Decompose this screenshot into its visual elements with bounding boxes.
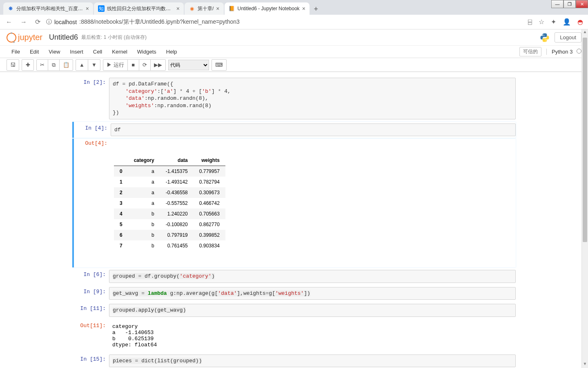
new-tab-button[interactable]: + [310, 3, 322, 15]
move-down-button[interactable]: ▼ [88, 60, 100, 70]
tab-title: 分组加权平均和相关性_百度搜索 [16, 5, 83, 12]
input-prompt: In [9]: [72, 287, 109, 300]
table-row: 7b0.7614550.903834 [114, 240, 225, 251]
menu-edit[interactable]: Edit [25, 47, 44, 56]
input-prompt: In [6]: [72, 270, 109, 283]
site-info-icon[interactable]: ⓘ [46, 18, 52, 26]
translate-icon[interactable]: ⌸ [526, 17, 534, 27]
code-cell[interactable]: In [2]: df = pd.DataFrame({ 'category':[… [72, 76, 516, 121]
favicon-jupyter: ◉ [189, 5, 195, 12]
jupyter-toolbar: 🖫 ✚ ✂ ⧉ 📋 ▲ ▼ ▶ 运行 ■ ⟳ ▶▶ 代码 ⌨ [0, 58, 588, 72]
tab-zhihu[interactable]: 知 线性回归之分组加权平均数和相… × [94, 2, 184, 15]
jupyter-menubar: File Edit View Insert Cell Kernel Widget… [0, 46, 588, 58]
code-input[interactable]: get_wavg = lambda g:np.average(g['data']… [109, 287, 516, 300]
restart-button[interactable]: ⟳ [139, 60, 151, 70]
address-bar[interactable]: ⓘ localhost:8888/notebooks/第十章/Untitled6… [46, 18, 523, 26]
extensions-icon[interactable]: ✦ [549, 16, 558, 27]
notebook-name[interactable]: Untitled6 [49, 33, 78, 42]
close-icon[interactable]: × [216, 5, 219, 12]
url-path: :8888/notebooks/第十章/Untitled6.ipynb?kern… [79, 18, 240, 26]
move-up-button[interactable]: ▲ [76, 60, 88, 70]
bookmark-star-icon[interactable]: ☆ [537, 16, 546, 27]
scrollbar-thumb[interactable] [583, 38, 587, 242]
code-cell[interactable]: In [6]: grouped = df.groupby('category') [72, 268, 516, 285]
scroll-down-icon[interactable]: ▼ [582, 361, 588, 368]
code-input[interactable]: grouped.apply(get_wavg) [109, 304, 516, 317]
close-icon[interactable]: × [302, 5, 305, 12]
window-close-button[interactable]: ✕ [576, 0, 588, 8]
menu-insert[interactable]: Insert [65, 47, 88, 56]
run-button[interactable]: ▶ 运行 [103, 60, 128, 70]
kernel-status-icon [577, 49, 581, 54]
reload-button[interactable]: ⟳ [33, 16, 43, 27]
dataframe-output: categorydataweights 0a-1.4153750.7799571… [111, 139, 516, 266]
profile-icon[interactable]: 👤 [561, 16, 572, 27]
code-input[interactable]: grouped = df.groupby('category') [109, 270, 516, 283]
url-host: localhost [54, 19, 77, 25]
python-logo-icon [540, 33, 550, 43]
tab-title: Untitled6 - Jupyter Notebook [238, 6, 300, 11]
table-row: 0a-1.4153750.779957 [114, 166, 225, 177]
favicon-zhihu: 知 [98, 5, 105, 12]
restart-run-all-button[interactable]: ▶▶ [151, 60, 165, 70]
code-input[interactable]: df [111, 123, 516, 137]
window-maximize-button[interactable]: ❐ [564, 0, 576, 8]
kernel-name[interactable]: Python 3 [546, 49, 581, 55]
checkpoint-status: 最后检查: 1 小时前 (自动保存) [81, 34, 147, 41]
notebook-container[interactable]: In [2]: df = pd.DataFrame({ 'category':[… [0, 72, 588, 368]
jupyter-app: jupyter Untitled6 最后检查: 1 小时前 (自动保存) Log… [0, 29, 588, 368]
menu-file[interactable]: File [7, 47, 25, 56]
cell-type-select[interactable]: 代码 [168, 60, 209, 70]
code-input[interactable]: pieces = dict(list(grouped)) [109, 355, 516, 368]
scroll-up-icon[interactable]: ▲ [582, 29, 588, 36]
copy-button[interactable]: ⧉ [48, 60, 60, 70]
table-row: 6b0.7979190.399852 [114, 230, 225, 240]
table-row: 4b1.2402200.705663 [114, 209, 225, 219]
cut-button[interactable]: ✂ [37, 60, 48, 70]
forward-button[interactable]: → [18, 17, 29, 27]
menu-cell[interactable]: Cell [88, 47, 107, 56]
browser-toolbar: ← → ⟳ ⓘ localhost:8888/notebooks/第十章/Unt… [0, 15, 588, 29]
vertical-scrollbar[interactable]: ▲ ▼ [581, 29, 588, 368]
output-cell: Out[11]: category a -1.140653 b 0.625139… [72, 319, 516, 352]
close-icon[interactable]: × [176, 5, 180, 12]
code-input[interactable]: df = pd.DataFrame({ 'category':['a'] * 4… [109, 78, 516, 119]
logout-button[interactable]: Logout [555, 32, 581, 43]
menu-view[interactable]: View [44, 47, 65, 56]
input-prompt: In [4]: [74, 123, 111, 137]
tab-baidu[interactable]: ❋ 分组加权平均和相关性_百度搜索 × [3, 2, 93, 15]
window-minimize-button[interactable]: — [551, 0, 564, 8]
menu-kernel[interactable]: Kernel [107, 47, 132, 56]
jupyter-header: jupyter Untitled6 最后检查: 1 小时前 (自动保存) Log… [0, 29, 588, 46]
trusted-indicator[interactable]: 可信的 [519, 47, 541, 56]
extension-badge-icon[interactable]: ◓ [576, 16, 585, 27]
code-cell-selected[interactable]: In [4]: df [72, 122, 516, 138]
jupyter-logo[interactable]: jupyter [7, 33, 42, 43]
browser-tabstrip: ❋ 分组加权平均和相关性_百度搜索 × 知 线性回归之分组加权平均数和相… × … [0, 0, 588, 15]
input-prompt: In [11]: [72, 304, 109, 317]
tab-jupyter-dir[interactable]: ◉ 第十章/ × [185, 2, 224, 15]
table-row: 5b-0.1008200.862770 [114, 219, 225, 230]
code-cell[interactable]: In [11]: grouped.apply(get_wavg) [72, 302, 516, 319]
tab-notebook-active[interactable]: 📙 Untitled6 - Jupyter Notebook × [225, 2, 310, 15]
back-button[interactable]: ← [3, 17, 15, 27]
table-row: 3a-0.5575520.466742 [114, 198, 225, 209]
command-palette-button[interactable]: ⌨ [212, 60, 226, 70]
input-prompt: In [15]: [72, 355, 109, 368]
tab-title: 线性回归之分组加权平均数和相… [107, 5, 174, 12]
input-prompt: In [2]: [72, 78, 109, 119]
menu-help[interactable]: Help [161, 47, 182, 56]
add-cell-button[interactable]: ✚ [22, 60, 33, 70]
menu-widgets[interactable]: Widgets [132, 47, 161, 56]
output-cell: Out[4]: categorydataweights 0a-1.4153750… [72, 139, 516, 267]
code-cell[interactable]: In [15]: pieces = dict(list(grouped)) [72, 353, 516, 368]
table-row: 2a-0.4365580.309673 [114, 187, 225, 198]
paste-button[interactable]: 📋 [60, 60, 73, 70]
favicon-notebook: 📙 [229, 5, 235, 12]
interrupt-button[interactable]: ■ [128, 60, 139, 70]
save-button[interactable]: 🖫 [7, 60, 19, 70]
output-prompt: Out[11]: [72, 321, 109, 350]
code-cell[interactable]: In [9]: get_wavg = lambda g:np.average(g… [72, 285, 516, 302]
jupyter-logo-icon [7, 33, 16, 43]
close-icon[interactable]: × [86, 5, 89, 12]
